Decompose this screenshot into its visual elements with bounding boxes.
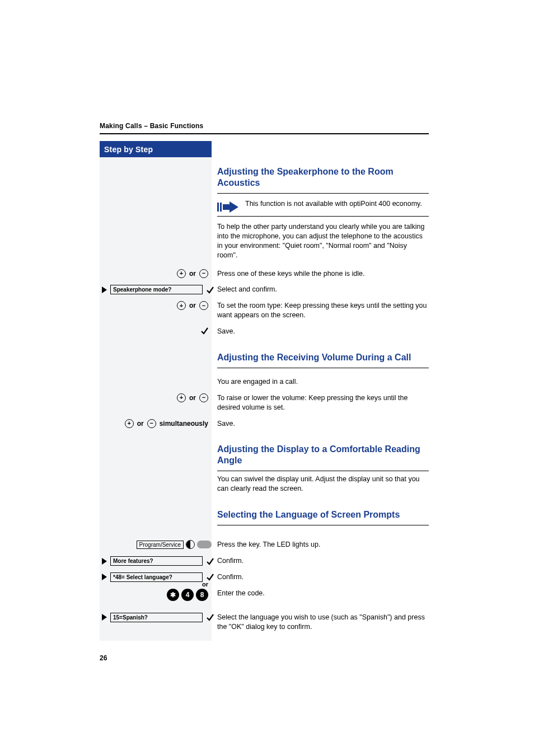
s2-intro: You are engaged in a call. — [217, 377, 429, 387]
s4-step1: Press the key. The LED lights up. — [217, 540, 429, 550]
s2-step2: Save. — [217, 419, 429, 429]
note-text: This function is not available with opti… — [245, 199, 422, 209]
s1-step4: Save. — [217, 327, 429, 336]
svg-rect-1 — [220, 203, 222, 212]
minus-key-icon: − — [199, 269, 208, 278]
minus-key-icon: − — [199, 301, 208, 310]
check-icon — [200, 327, 208, 335]
section-title-language: Selecting the Language of Screen Prompts — [217, 509, 429, 520]
dialpad-star-key: ✱ — [167, 589, 179, 601]
or-label: or — [189, 270, 196, 278]
plus-key-icon: + — [177, 269, 186, 278]
minus-key-icon: − — [147, 419, 156, 428]
plus-key-icon: + — [125, 419, 134, 428]
header-rule — [100, 133, 429, 134]
s1-step3: To set the room type: Keep pressing thes… — [217, 301, 429, 320]
menu-arrow-icon — [102, 287, 107, 293]
s1-step2: Select and confirm. — [217, 285, 429, 294]
or-label: or — [137, 420, 144, 428]
svg-rect-2 — [223, 204, 229, 210]
minus-key-icon: − — [199, 393, 208, 402]
led-icon — [186, 540, 195, 549]
section-rule — [217, 471, 429, 471]
menu-arrow-icon — [102, 614, 107, 621]
section1-intro: To help the other party understand you c… — [217, 222, 429, 260]
s1-step1: Press one of these keys while the phone … — [217, 269, 429, 279]
section-rule — [217, 193, 429, 194]
s3-intro: You can swivel the display unit. Adjust … — [217, 475, 429, 494]
svg-rect-0 — [217, 203, 219, 212]
display-select-language: *48= Select language? — [110, 572, 203, 582]
s4-step4: Enter the code. — [217, 589, 429, 598]
s4-step3: Confirm. — [217, 572, 429, 582]
menu-arrow-icon — [102, 558, 107, 565]
section-title-speakerphone: Adjusting the Speakerphone to the Room A… — [217, 166, 429, 189]
display-language-option: 15=Spanish? — [110, 613, 203, 622]
oval-key-icon — [197, 541, 212, 548]
display-more-features: More features? — [110, 556, 203, 566]
simultaneously-label: simultaneously — [160, 420, 208, 428]
plus-key-icon: + — [177, 301, 186, 310]
note-arrow-icon — [217, 201, 238, 213]
or-label: or — [189, 394, 196, 402]
note-box: This function is not available with opti… — [217, 197, 429, 217]
dialpad-4-key: 4 — [181, 589, 194, 601]
section-title-receiving-volume: Adjusting the Receiving Volume During a … — [217, 352, 429, 363]
program-service-key-label: Program/Service — [137, 541, 184, 549]
s4-step2: Confirm. — [217, 556, 429, 566]
s4-step5: Select the language you wish to use (suc… — [217, 613, 429, 632]
running-head: Making Calls – Basic Functions — [100, 122, 429, 130]
section-rule — [217, 368, 429, 368]
s2-step1: To raise or lower the volume: Keep press… — [217, 393, 429, 412]
dialpad-8-key: 8 — [196, 589, 208, 601]
section-title-display-angle: Adjusting the Display to a Comfortable R… — [217, 444, 429, 466]
menu-arrow-icon — [102, 574, 107, 580]
or-label: or — [189, 302, 196, 309]
plus-key-icon: + — [177, 393, 186, 402]
display-speakerphone-mode: Speakerphone mode? — [110, 285, 203, 294]
svg-marker-3 — [229, 201, 238, 213]
section-rule — [217, 525, 429, 525]
step-by-step-banner: Step by Step — [100, 141, 212, 157]
page-number: 26 — [100, 654, 429, 662]
